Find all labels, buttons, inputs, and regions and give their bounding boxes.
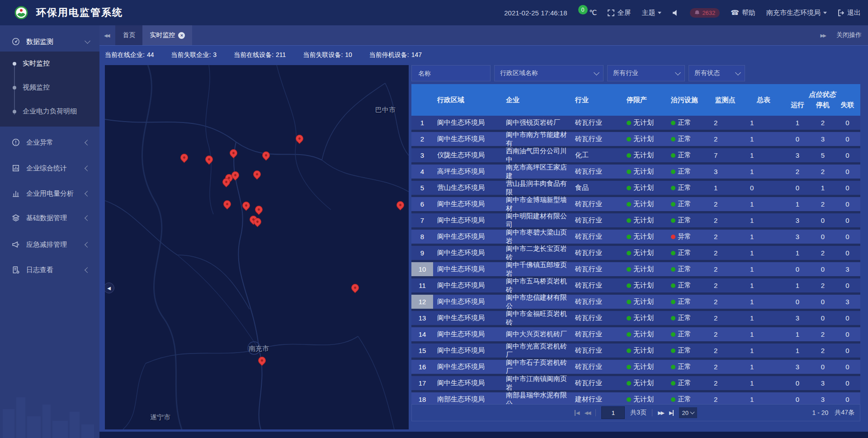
sidebar-item-power-load-detail[interactable]: 企业电力负荷明细 <box>0 99 99 123</box>
col-header-meter: 总表 <box>743 84 784 116</box>
cell-region: 阆中生态环境局 <box>433 262 501 276</box>
fullscreen-button[interactable]: 全屏 <box>608 9 631 17</box>
cell-lost: 0 <box>835 344 860 358</box>
cell-stop: 0 <box>811 295 835 309</box>
table-row[interactable]: 10 阆中生态环境局 阆中千佛镇五郎垭页岩 砖瓦行业 无计划 正常 <box>411 262 860 276</box>
sidebar-item-emergency-reduction[interactable]: 应急减排管理 <box>0 235 99 254</box>
sidebar: 数据监测 实时监控 视频监控 企业电力负荷明细 企业异常 <box>0 25 99 438</box>
cell-facility: 正常 <box>664 116 707 130</box>
name-search-field[interactable] <box>411 65 491 81</box>
table-row[interactable]: 14 阆中生态环境局 阆中大兴页岩机砖厂 砖瓦行业 无计划 正常 <box>411 327 860 341</box>
caret-down-icon <box>823 12 827 14</box>
cell-region: 阆中生态环境局 <box>433 376 501 390</box>
table-row[interactable]: 1 阆中生态环境局 阆中强锐页岩砖厂 砖瓦行业 无计划 正常 <box>411 116 860 130</box>
sidebar-item-base-data[interactable]: 基础数据管理 <box>0 208 99 228</box>
cell-limit: 无计划 <box>622 132 664 146</box>
cell-points: 2 <box>707 278 743 292</box>
status-dot-icon <box>627 300 631 304</box>
theme-dropdown[interactable]: 主题 <box>642 9 661 17</box>
table-row[interactable]: 16 阆中生态环境局 阆中市石子页岩机砖厂 砖瓦行业 无计划 正常 <box>411 360 860 374</box>
cell-meter: 1 <box>743 197 784 211</box>
notification-badge[interactable]: 2632 <box>690 8 720 18</box>
status-select[interactable]: 所有状态 <box>689 65 745 81</box>
table-row[interactable]: 2 阆中生态环境局 阆中市南方节能建材有 砖瓦行业 无计划 正常 <box>411 132 860 146</box>
cell-meter: 1 <box>743 213 784 227</box>
app-logo-icon <box>14 6 28 19</box>
layers-icon <box>12 214 20 222</box>
sidebar-item-video-monitor[interactable]: 视频监控 <box>0 75 99 99</box>
cell-facility: 正常 <box>664 132 707 146</box>
help-button[interactable]: ☎ 帮助 <box>731 9 755 17</box>
page-number-input[interactable] <box>601 406 625 419</box>
mute-speaker-icon[interactable] <box>672 9 679 16</box>
pagination-summary: 1 - 20 共47条 <box>812 405 854 421</box>
table-row[interactable]: 13 阆中生态环境局 阆中市金福旺页岩机砖 砖瓦行业 无计划 正常 <box>411 311 860 325</box>
status-dot-icon <box>627 235 631 239</box>
tab-label: 实时监控 <box>150 31 175 39</box>
table-row[interactable]: 8 阆中生态环境局 阆中市枣碧大梁山页岩 砖瓦行业 无计划 异常 <box>411 230 860 244</box>
status-dot-icon <box>627 332 631 337</box>
table-row[interactable]: 12 阆中生态环境局 阆中市忠信建材有限公 砖瓦行业 无计划 正常 <box>411 295 860 309</box>
cell-lost: 3 <box>835 295 860 309</box>
row-number: 14 <box>411 327 433 341</box>
region-select[interactable]: 行政区域名称 <box>494 65 604 81</box>
table-row[interactable]: 3 仪陇生态环境局 西南油气田分公司川中 化工 无计划 正常 <box>411 148 860 162</box>
region-select-value: 行政区域名称 <box>500 69 538 77</box>
cell-company: 阆中市江南镇阆南页岩 <box>501 376 571 390</box>
status-dot-icon <box>671 153 675 158</box>
status-dot-icon <box>671 349 675 353</box>
map-panel[interactable]: 巴中市 南充市 遂宁市 ◀ <box>105 65 409 429</box>
table-row[interactable]: 9 阆中生态环境局 阆中市二龙长宝页岩砖 砖瓦行业 无计划 正常 <box>411 246 860 260</box>
table-row[interactable]: 18 南部生态环境局 南部县瑞华水泥有限公 建材行业 无计划 正常 <box>411 392 860 404</box>
cell-industry: 砖瓦行业 <box>571 360 622 374</box>
table-row[interactable]: 7 阆中生态环境局 阆中明阳建材有限公司 砖瓦行业 无计划 正常 <box>411 213 860 227</box>
previous-page-icon[interactable] <box>584 410 590 416</box>
table-row[interactable]: 11 阆中生态环境局 阆中市五马桥页岩机砖 砖瓦行业 无计划 正常 <box>411 278 860 292</box>
datetime-label: 2021-02-25 17:46:18 <box>504 9 567 17</box>
stats-bar: 当前在线企业:44 当前失联企业:3 当前在线设备:211 当前失联设备:10 … <box>99 46 422 65</box>
sidebar-item-log-view[interactable]: 日志查看 <box>0 260 99 280</box>
cell-region: 阆中生态环境局 <box>433 327 501 341</box>
sidebar-item-enterprise-stats[interactable]: 企业综合统计 <box>0 158 99 178</box>
cell-industry: 砖瓦行业 <box>571 132 622 146</box>
cell-limit: 无计划 <box>622 181 664 195</box>
table-row[interactable]: 4 高坪生态环境局 南充市高坪区王家店建 砖瓦行业 无计划 正常 <box>411 165 860 179</box>
close-operations-button[interactable]: 关闭操作 <box>836 31 862 39</box>
col-header-status-group: 点位状态 运行 停机 失联 <box>784 84 860 116</box>
cell-facility: 正常 <box>664 295 707 309</box>
tabs-scroll-left-icon[interactable] <box>99 33 113 38</box>
sidebar-item-data-monitor[interactable]: 数据监测 <box>0 32 99 52</box>
sidebar-item-realtime-monitor[interactable]: 实时监控 <box>0 52 99 75</box>
cell-facility: 正常 <box>664 278 707 292</box>
table-row[interactable]: 6 阆中生态环境局 阆中市金博瑞新型墙材 砖瓦行业 无计划 正常 <box>411 197 860 211</box>
header-actions: 2021-02-25 17:46:18 0 ℃ 全屏 主题 <box>504 5 868 20</box>
cell-lost: 0 <box>835 132 860 146</box>
last-page-icon[interactable] <box>669 410 673 416</box>
table-row[interactable]: 17 阆中生态环境局 阆中市江南镇阆南页岩 砖瓦行业 无计划 正常 <box>411 376 860 390</box>
tab-home[interactable]: 首页 <box>115 25 142 45</box>
cell-limit: 无计划 <box>622 327 664 341</box>
tab-realtime-monitor[interactable]: 实时监控 × <box>142 25 192 45</box>
cell-stop: 2 <box>811 278 835 292</box>
fullscreen-label: 全屏 <box>617 9 631 17</box>
table-row[interactable]: 15 阆中生态环境局 阆中市光富页岩机砖厂 砖瓦行业 无计划 正常 <box>411 344 860 358</box>
organization-dropdown[interactable]: 南充市生态环境局 <box>766 9 827 17</box>
close-icon[interactable]: × <box>178 32 185 39</box>
cell-limit: 无计划 <box>622 344 664 358</box>
logout-button[interactable]: 退出 <box>838 9 861 17</box>
cell-facility: 正常 <box>664 360 707 374</box>
cell-facility: 正常 <box>664 262 707 276</box>
pagination-bar: 共3页 20 1 - 20 共47条 <box>411 404 860 421</box>
sidebar-item-power-analysis[interactable]: 企业用电量分析 <box>0 184 99 203</box>
name-search-input[interactable] <box>417 69 486 77</box>
first-page-icon[interactable] <box>575 410 579 416</box>
tabs-scroll-right-icon[interactable] <box>816 33 830 38</box>
sidebar-item-enterprise-abnormal[interactable]: 企业异常 <box>0 132 99 152</box>
table-row[interactable]: 5 营山生态环境局 营山县润丰肉食品有限 食品 无计划 正常 <box>411 181 860 195</box>
page-size-select[interactable]: 20 <box>679 407 697 418</box>
row-number: 18 <box>411 392 433 404</box>
cell-lost: 0 <box>835 165 860 179</box>
industry-select[interactable]: 所有行业 <box>607 65 685 81</box>
next-page-icon[interactable] <box>658 410 664 416</box>
cell-limit: 无计划 <box>622 165 664 179</box>
